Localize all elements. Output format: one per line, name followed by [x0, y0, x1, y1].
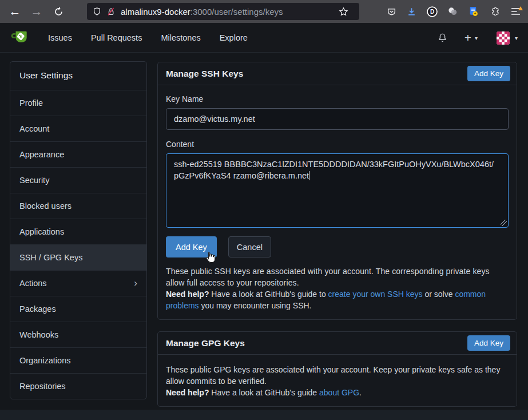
sidebar-item-webhooks[interactable]: Webhooks — [10, 322, 146, 347]
pocket-icon[interactable] — [383, 0, 399, 23]
gpg-help-text: These public GPG keys are associated wit… — [166, 364, 509, 398]
manage-ssh-keys-panel: Manage SSH Keys Add Key Key Name Content… — [157, 62, 517, 320]
user-menu[interactable]: ▾ — [497, 31, 518, 45]
settings-sidebar: User Settings Profile Account Appearance… — [10, 61, 147, 399]
sidebar-item-profile[interactable]: Profile — [10, 90, 146, 116]
gitea-logo[interactable] — [10, 30, 30, 46]
extension-d-icon[interactable]: D — [424, 0, 440, 23]
notifications-bell-icon[interactable] — [438, 33, 447, 43]
bookmark-star-icon[interactable] — [339, 7, 348, 17]
nav-pull-requests[interactable]: Pull Requests — [91, 33, 142, 42]
create-new-button[interactable]: +▾ — [465, 31, 478, 45]
extensions-puzzle-icon[interactable] — [487, 0, 503, 23]
sidebar-item-appearance[interactable]: Appearance — [10, 141, 146, 167]
nav-issues[interactable]: Issues — [48, 33, 72, 42]
gpg-panel-title: Manage GPG Keys — [166, 338, 245, 348]
key-name-label: Key Name — [166, 94, 509, 104]
nav-explore[interactable]: Explore — [220, 33, 248, 42]
resize-handle[interactable] — [501, 220, 507, 226]
sidebar-item-security[interactable]: Security — [10, 167, 146, 193]
ssh-keys-guide-link[interactable]: create your own SSH keys — [328, 290, 423, 299]
menu-hamburger-icon[interactable] — [507, 0, 523, 23]
docs-extension-icon[interactable] — [465, 0, 481, 23]
gpg-add-key-button[interactable]: Add Key — [467, 335, 510, 351]
avatar[interactable] — [497, 31, 510, 45]
footer — [0, 410, 528, 420]
forward-button[interactable]: → — [27, 0, 46, 23]
shield-icon[interactable] — [93, 7, 101, 16]
mouse-cursor — [204, 251, 216, 264]
nav-milestones[interactable]: Milestones — [161, 33, 200, 42]
sidebar-item-organizations[interactable]: Organizations — [10, 347, 146, 373]
sidebar-title: User Settings — [10, 62, 146, 90]
cancel-button[interactable]: Cancel — [228, 236, 271, 257]
page-content: User Settings Profile Account Appearance… — [0, 53, 528, 420]
url-bar[interactable]: almalinux9-docker:3000/user/settings/key… — [87, 3, 359, 20]
key-content-textarea[interactable]: ssh-ed25519 BBBBC3NzaC1lZDI1NTE5DDDDIDAN… — [166, 153, 509, 228]
browser-toolbar: ← → almalinux9-docker:3000/user/settings… — [0, 0, 528, 23]
ssh-panel-title: Manage SSH Keys — [166, 69, 243, 79]
account-icon[interactable] — [444, 0, 460, 23]
content-label: Content — [166, 140, 509, 149]
text-caret — [309, 171, 309, 180]
sidebar-item-applications[interactable]: Applications — [10, 219, 146, 244]
reload-button[interactable] — [49, 0, 68, 23]
sidebar-item-blocked-users[interactable]: Blocked users — [10, 193, 146, 219]
sidebar-item-packages[interactable]: Packages — [10, 296, 146, 322]
sidebar-item-account[interactable]: Account — [10, 116, 146, 141]
svg-text:D: D — [430, 9, 434, 15]
url-text: almalinux9-docker:3000/user/settings/key… — [121, 7, 283, 17]
sidebar-item-ssh-gpg-keys[interactable]: SSH / GPG Keys — [10, 244, 146, 270]
app-navbar: Issues Pull Requests Milestones Explore … — [0, 23, 528, 53]
key-name-input[interactable] — [166, 108, 509, 130]
ssh-help-text: These public SSH keys are associated wit… — [166, 266, 509, 311]
ssh-add-key-toggle-button[interactable]: Add Key — [467, 66, 510, 81]
about-gpg-link[interactable]: about GPG — [319, 388, 359, 397]
sidebar-item-actions[interactable]: Actions› — [10, 270, 146, 296]
sidebar-item-repositories[interactable]: Repositories — [10, 373, 146, 399]
download-icon[interactable] — [403, 0, 419, 23]
back-button[interactable]: ← — [6, 0, 24, 23]
chevron-right-icon: › — [134, 278, 137, 289]
lock-insecure-icon[interactable] — [106, 7, 116, 17]
update-badge — [518, 6, 523, 10]
manage-gpg-keys-panel: Manage GPG Keys Add Key These public GPG… — [157, 331, 517, 407]
